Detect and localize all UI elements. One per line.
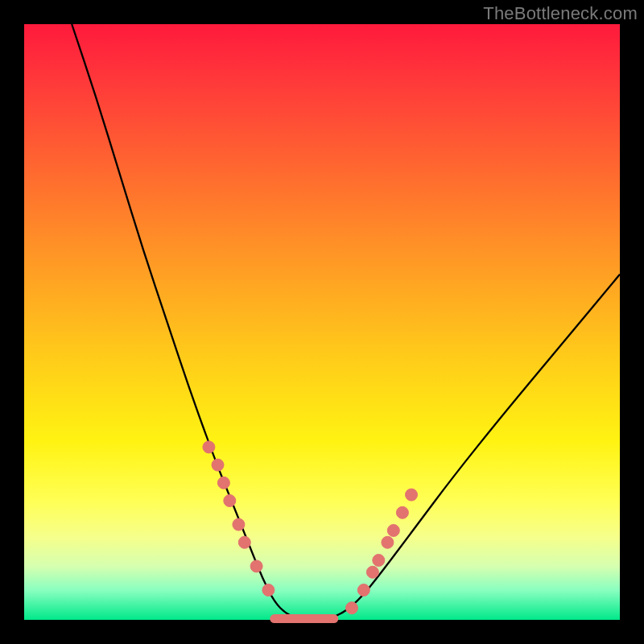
highlight-dot [203,441,215,453]
highlight-dot [387,525,399,537]
highlight-dot [396,506,408,518]
plot-area [24,24,620,620]
highlight-dot [346,602,358,614]
curve-svg [24,24,620,620]
highlight-dot [217,477,229,489]
highlight-dots-group [203,441,418,614]
bottleneck-curve [72,24,620,619]
highlight-dot [250,560,262,572]
highlight-dot [238,536,250,548]
highlight-dot [224,495,236,507]
highlight-dot [262,584,275,597]
highlight-dot [233,518,245,530]
highlight-dot [406,489,418,501]
highlight-dot [366,566,378,578]
highlight-dot [382,536,394,548]
highlight-dot [357,584,369,597]
watermark-text: TheBottleneck.com [483,3,638,24]
highlight-dot [373,555,385,567]
chart-frame: TheBottleneck.com [0,0,644,644]
highlight-dot [212,459,224,471]
